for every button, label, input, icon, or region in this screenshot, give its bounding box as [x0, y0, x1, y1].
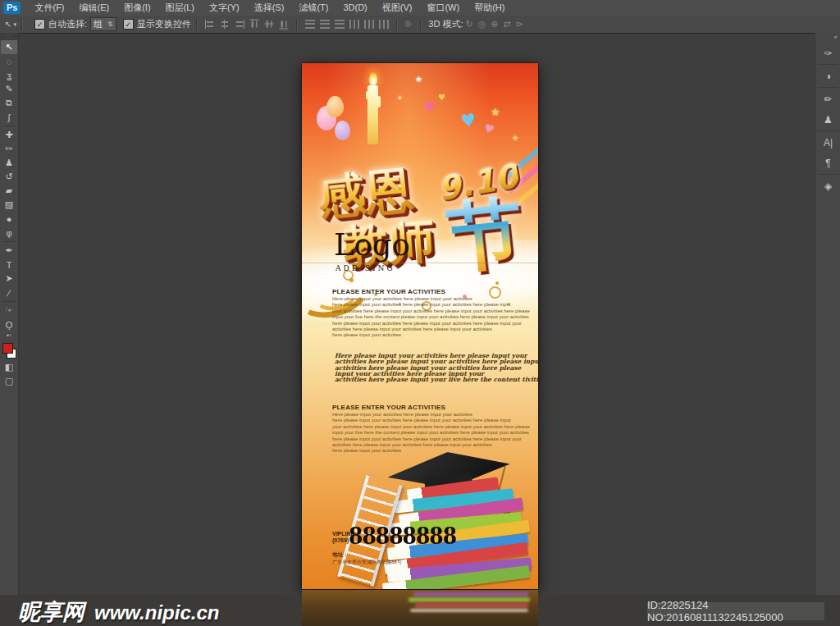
- 3d-drag-icon[interactable]: ⊕: [491, 19, 498, 30]
- move-tool[interactable]: ↖: [1, 40, 17, 54]
- 3d-scale-icon[interactable]: ⊳: [516, 19, 523, 30]
- spinner-icon: ⇅: [107, 21, 113, 28]
- align-horizontal-centers-icon[interactable]: [220, 20, 230, 29]
- menu-file[interactable]: 文件(F): [27, 0, 71, 16]
- color-swatches[interactable]: [1, 342, 17, 360]
- wax-drip: [366, 91, 369, 99]
- blur-tool[interactable]: ●: [1, 212, 17, 226]
- heart-icon: ♥: [482, 121, 496, 136]
- shape-tool[interactable]: ∕: [1, 286, 17, 299]
- menu-window[interactable]: 窗口(W): [419, 0, 467, 16]
- clone-stamp-tool[interactable]: ♟: [1, 156, 17, 170]
- history-brush-tool[interactable]: ↺: [1, 170, 17, 184]
- hand-tool[interactable]: ☞: [1, 304, 17, 318]
- star-icon: ★: [491, 106, 500, 118]
- distribute-top-edges-icon[interactable]: [305, 20, 315, 29]
- divider: [818, 64, 838, 65]
- eraser-tool[interactable]: ▰: [1, 184, 17, 198]
- watermark-text: 昵享网 www.nipic.cn: [18, 597, 219, 626]
- spot-healing-tool[interactable]: ✚: [1, 128, 17, 142]
- distribute-left-edges-icon[interactable]: [349, 20, 359, 29]
- distribute-bottom-edges-icon[interactable]: [335, 20, 345, 29]
- title-word3: 节: [444, 194, 527, 276]
- balloon-icon: [326, 96, 344, 117]
- tools-panel: ∷ ↖ ◌ ʓ ✎ ⧉ ʃ ✚ ✏ ♟ ↺ ▰ ▨ ● φ ✒ T ➤ ∕ ☞ …: [0, 33, 19, 595]
- menu-help[interactable]: 帮助(H): [467, 0, 512, 16]
- photoshop-logo: Ps: [3, 2, 21, 14]
- auto-align-layers-icon[interactable]: ⊪: [405, 19, 413, 30]
- separator-line: [302, 263, 538, 263]
- panel-clone-source[interactable]: ♟: [815, 109, 840, 130]
- document-canvas[interactable]: ★ ★ ★ ✦ ♥ ♥ ♥ ♥ 节 感恩 9.10 教师 Logo ADD SI…: [302, 63, 538, 589]
- show-transform-checkbox[interactable]: ✓: [123, 19, 134, 30]
- auto-select-dropdown[interactable]: 组 ⇅: [90, 17, 116, 31]
- script-text-block: Here please input your activities here p…: [335, 353, 538, 382]
- 3d-rotate-icon[interactable]: ↻: [465, 19, 472, 30]
- heart-icon: ♥: [438, 93, 445, 102]
- menu-view[interactable]: 视图(V): [375, 0, 420, 16]
- align-right-edges-icon[interactable]: [235, 20, 244, 29]
- zoom-tool[interactable]: Ǫ: [1, 318, 17, 331]
- activities2-heading: PLEASE ENTER YOUR ACTIVITIES: [332, 404, 445, 411]
- distribute-vertical-centers-icon[interactable]: [320, 20, 330, 29]
- panel-paragraph[interactable]: ¶: [815, 153, 840, 173]
- pen-tool[interactable]: ✒: [1, 244, 17, 258]
- menu-select[interactable]: 选择(S): [247, 0, 292, 16]
- lasso-tool[interactable]: ʓ: [1, 68, 17, 82]
- screen-mode-button[interactable]: ▢: [1, 374, 17, 388]
- eyedropper-tool[interactable]: ʃ: [1, 110, 17, 124]
- quick-selection-tool[interactable]: ✎: [1, 82, 17, 96]
- quick-mask-button[interactable]: ◧: [1, 360, 17, 374]
- 3d-roll-icon[interactable]: ◎: [478, 19, 486, 30]
- align-top-edges-icon[interactable]: [249, 20, 258, 30]
- mode3d-label: 3D 模式:: [428, 18, 463, 30]
- divider: [420, 19, 422, 30]
- panel-adjustments[interactable]: ◑: [815, 66, 840, 86]
- marquee-tool[interactable]: ◌: [1, 54, 17, 68]
- panel-brush[interactable]: ✏: [815, 89, 840, 109]
- align-bottom-edges-icon[interactable]: [279, 20, 288, 30]
- brush-tool[interactable]: ✏: [1, 142, 17, 156]
- distribute-horizontal-centers-icon[interactable]: [364, 20, 374, 29]
- menu-layer[interactable]: 图层(L): [158, 0, 202, 16]
- menu-filter[interactable]: 滤镜(T): [291, 0, 336, 16]
- star-icon: ✦: [397, 94, 403, 102]
- panel-character[interactable]: A|: [815, 132, 840, 153]
- logo-subtext: ADD SING: [336, 264, 395, 272]
- menu-edit[interactable]: 编辑(E): [72, 0, 117, 16]
- type-tool[interactable]: T: [1, 258, 17, 272]
- star-icon: ★: [415, 75, 422, 84]
- divider: [2, 126, 16, 126]
- distribute-right-edges-icon[interactable]: [379, 20, 389, 29]
- check-icon: ✓: [125, 21, 131, 29]
- collapse-dock-icon[interactable]: «: [815, 33, 840, 43]
- divider: [2, 301, 16, 302]
- align-vertical-centers-icon[interactable]: [264, 20, 273, 30]
- balloon-icon: [335, 121, 350, 140]
- activities2-body: Here please input your activities here p…: [332, 412, 530, 455]
- foreground-color-swatch[interactable]: [2, 343, 13, 354]
- crop-tool[interactable]: ⧉: [1, 96, 17, 110]
- logo-text: Logo: [334, 230, 410, 260]
- auto-select-checkbox[interactable]: ✓: [34, 19, 45, 30]
- show-transform-label: 显示变换控件: [137, 18, 191, 30]
- menu-bar: Ps 文件(F) 编辑(E) 图像(I) 图层(L) 文字(Y) 选择(S) 滤…: [0, 0, 840, 16]
- activities1-heading: PLEASE ENTER YOUR ACTIVITIES: [332, 288, 445, 295]
- tool-preset-picker[interactable]: ↖ ▾: [5, 20, 16, 29]
- auto-select-value: 组: [94, 18, 103, 30]
- panel-3d[interactable]: ◈: [815, 176, 840, 196]
- gradient-tool[interactable]: ▨: [1, 198, 17, 212]
- panel-brush-presets[interactable]: ✑: [815, 43, 840, 63]
- menu-type[interactable]: 文字(Y): [202, 0, 247, 16]
- dodge-tool[interactable]: φ: [1, 226, 17, 240]
- path-selection-tool[interactable]: ➤: [1, 272, 17, 286]
- menu-image[interactable]: 图像(I): [116, 0, 158, 16]
- title-word1: 感恩: [316, 165, 415, 222]
- divider: [196, 19, 198, 30]
- 3d-slide-icon[interactable]: ⇄: [504, 19, 511, 30]
- default-colors-icon[interactable]: ▪▫: [7, 331, 11, 340]
- menu-3d[interactable]: 3D(D): [336, 0, 374, 16]
- check-icon: ✓: [37, 21, 43, 29]
- align-left-edges-icon[interactable]: [205, 20, 215, 29]
- panel-grip[interactable]: ∷: [0, 33, 18, 40]
